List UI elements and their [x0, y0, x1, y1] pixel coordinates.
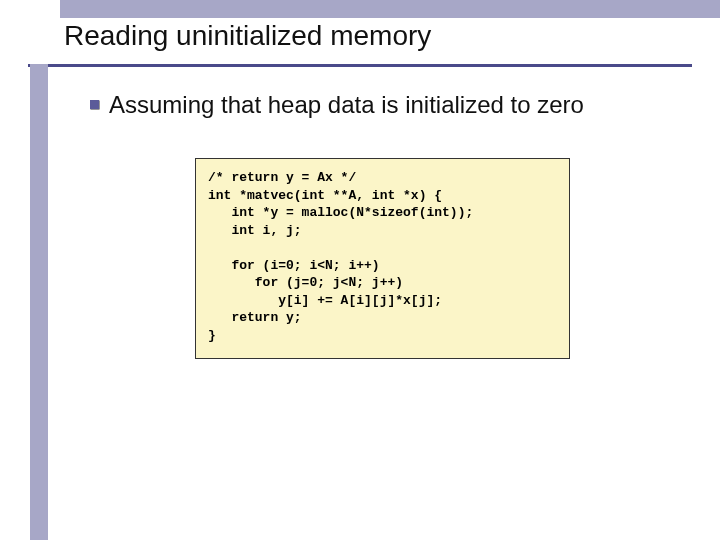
- title-underline: [28, 64, 692, 67]
- left-accent-band: [30, 64, 48, 540]
- code-snippet: /* return y = Ax */ int *matvec(int **A,…: [208, 169, 557, 344]
- top-accent-band: [60, 0, 720, 18]
- bullet-row: Assuming that heap data is initialized t…: [90, 90, 680, 120]
- bullet-text: Assuming that heap data is initialized t…: [109, 90, 584, 120]
- code-box: /* return y = Ax */ int *matvec(int **A,…: [195, 158, 570, 359]
- title-wrap: Reading uninitialized memory: [64, 20, 690, 52]
- content-area: Assuming that heap data is initialized t…: [90, 90, 680, 359]
- bullet-icon: [90, 100, 99, 109]
- slide: Reading uninitialized memory Assuming th…: [0, 0, 720, 540]
- slide-title: Reading uninitialized memory: [64, 20, 690, 52]
